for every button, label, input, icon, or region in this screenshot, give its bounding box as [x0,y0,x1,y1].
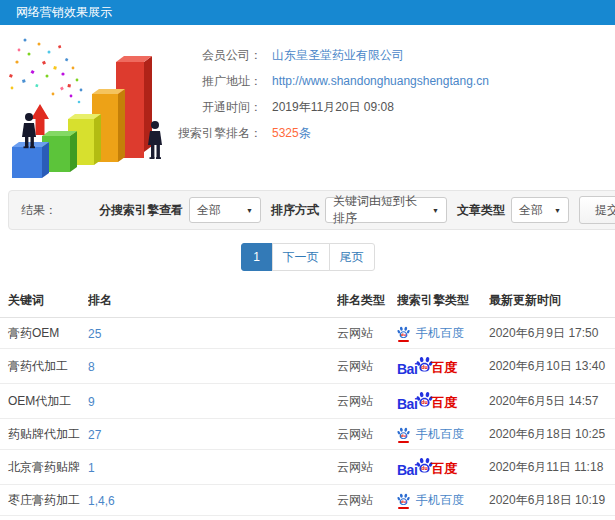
keyword-cell: 枣庄膏药加工 [0,485,88,516]
mobile-baidu-logo: du手机百度 [397,426,464,443]
col-rank-type: 排名类型 [337,283,397,318]
engine-filter-value: 全部 [197,202,221,219]
keyword-cell: OEM代加工 [0,384,88,419]
rank-cell: 8 [88,349,337,384]
col-keyword: 关键词 [0,283,88,318]
filter-bar: 结果： 分搜索引擎查看 全部 ▼ 排序方式 关键词由短到长排序 ▼ 文章类型 全… [8,190,615,230]
svg-text:du: du [401,499,406,504]
baidu-logo-bai: Bai [397,361,417,377]
next-page-button[interactable]: 下一页 [272,243,330,271]
chevron-down-icon: ▼ [554,207,561,214]
updated-time-cell: 2020年6月5日 14:57 [489,384,615,419]
mobile-baidu-paw-icon: du [397,326,410,342]
red-underline [398,340,409,342]
table-row: 北京膏药贴牌1云网站Baidu百度2020年6月11日 11:18 [0,450,615,485]
info-section: 会员公司：山东皇圣堂药业有限公司推广地址：http://www.shandong… [0,25,615,187]
chevron-down-icon: ▼ [246,207,253,214]
col-updated: 最新更新时间 [489,283,615,318]
search-engine-rank-value: 5325条 [272,125,311,142]
mobile-baidu-label: 手机百度 [416,492,464,509]
red-underline [398,441,409,443]
pagination: 1 下一页 尾页 [0,243,615,271]
sort-value: 关键词由短到长排序 [333,193,424,227]
last-page-button[interactable]: 尾页 [329,243,375,271]
svg-text:du: du [401,332,406,337]
baidu-paw-icon: du [397,427,410,440]
baidu-logo-bai: Bai [397,462,417,478]
engine-type-cell: Baidu百度 [397,516,489,520]
table-row: 医疗器械厂家4云网站Baidu百度2020年5月29日 10:32 [0,516,615,520]
table-row: 膏药代加工8云网站Baidu百度2020年6月10日 13:40 [0,349,615,384]
mobile-baidu-logo: du手机百度 [397,325,464,342]
info-field-row: 会员公司：山东皇圣堂药业有限公司 [170,42,615,68]
mobile-baidu-paw-icon: du [397,427,410,443]
baidu-logo-bai: Bai [397,396,417,412]
rank-link[interactable]: 1,4,6 [88,494,115,508]
rank-link[interactable]: 25 [88,327,101,341]
rank-cell: 25 [88,318,337,349]
updated-time-cell: 2020年6月9日 17:50 [489,318,615,349]
rank-type-cell: 云网站 [337,318,397,349]
article-type-label: 文章类型 [457,202,505,219]
engine-type-cell: du手机百度 [397,318,489,349]
keyword-cell: 膏药OEM [0,318,88,349]
rank-link[interactable]: 8 [88,360,95,374]
info-field-value[interactable]: 山东皇圣堂药业有限公司 [272,47,404,64]
baidu-paw-icon: du [397,493,410,506]
filter-group: 分搜索引擎查看 全部 ▼ 排序方式 关键词由短到长排序 ▼ 文章类型 全部 ▼ … [89,196,615,224]
rank-link[interactable]: 1 [88,461,95,475]
baidu-logo-cn: 百度 [431,460,457,478]
sort-select[interactable]: 关键词由短到长排序 ▼ [325,197,447,223]
page-title-bar: 网络营销效果展示 [0,0,615,25]
red-underline [398,507,409,509]
rank-cell: 9 [88,384,337,419]
rank-type-cell: 云网站 [337,384,397,419]
rank-link[interactable]: 9 [88,395,95,409]
updated-time-cell: 2020年6月10日 13:40 [489,349,615,384]
table-row: 药贴牌代加工27云网站du手机百度2020年6月18日 10:25 [0,419,615,450]
engine-filter-select[interactable]: 全部 ▼ [189,197,261,223]
mobile-baidu-label: 手机百度 [416,426,464,443]
info-field-row: 开通时间：2019年11月20日 09:08 [170,94,615,120]
page-1-button[interactable]: 1 [241,243,273,271]
updated-time-cell: 2020年5月29日 10:32 [489,516,615,520]
baidu-paw-icon: du [397,326,410,339]
keyword-cell: 药贴牌代加工 [0,419,88,450]
engine-type-cell: du手机百度 [397,419,489,450]
baidu-logo: Baidu百度 [397,391,457,412]
mobile-baidu-label: 手机百度 [416,325,464,342]
engine-filter-label: 分搜索引擎查看 [99,202,183,219]
submit-button[interactable]: 提交 [579,196,615,224]
info-fields: 会员公司：山东皇圣堂药业有限公司推广地址：http://www.shandong… [170,32,615,187]
rank-type-cell: 云网站 [337,450,397,485]
svg-text:du: du [422,399,428,405]
rank-type-cell: 云网站 [337,516,397,520]
mobile-baidu-logo: du手机百度 [397,492,464,509]
svg-text:du: du [401,433,406,438]
baidu-logo-cn: 百度 [431,359,457,377]
rank-count-unit: 条 [299,126,311,140]
rank-cell: 4 [88,516,337,520]
info-field-value[interactable]: http://www.shandonghuangshengtang.cn [272,74,489,88]
info-field-label: 开通时间： [170,99,262,116]
article-type-select[interactable]: 全部 ▼ [511,197,569,223]
table-row: 枣庄膏药加工1,4,6云网站du手机百度2020年6月18日 10:19 [0,485,615,516]
updated-time-cell: 2020年6月11日 11:18 [489,450,615,485]
engine-type-cell: Baidu百度 [397,450,489,485]
sort-label: 排序方式 [271,202,319,219]
rank-link[interactable]: 27 [88,428,101,442]
col-engine-type: 搜索引擎类型 [397,283,489,318]
article-type-value: 全部 [519,202,543,219]
results-table: 关键词 排名 排名类型 搜索引擎类型 最新更新时间 膏药OEM25云网站du手机… [0,283,615,520]
rank-cell: 1 [88,450,337,485]
baidu-logo: Baidu百度 [397,457,457,478]
confetti-dots [9,39,82,104]
keyword-cell: 医疗器械厂家 [0,516,88,520]
growth-chart-illustration [2,32,170,187]
info-field-label: 会员公司： [170,47,262,64]
table-body: 膏药OEM25云网站du手机百度2020年6月9日 17:50膏药代加工8云网站… [0,318,615,520]
engine-type-cell: Baidu百度 [397,384,489,419]
info-field-label: 搜索引擎排名： [170,125,262,142]
rank-type-cell: 云网站 [337,419,397,450]
rank-cell: 1,4,6 [88,485,337,516]
